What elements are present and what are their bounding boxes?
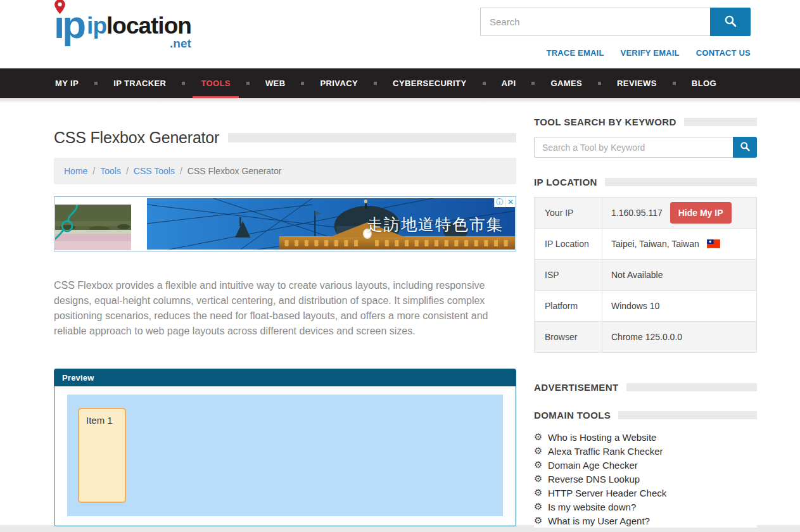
ad-headline: 走訪地道特色市集 [367,213,504,234]
title-decoration-bar [228,133,516,142]
domain-tool-link[interactable]: Reverse DNS Lookup [548,474,640,484]
main-content: CSS Flexbox Generator Home / Tools / CSS… [0,103,800,528]
gear-icon: ⚙ [534,459,548,471]
trace-email-link[interactable]: TRACE EMAIL [547,48,604,58]
header-search [480,8,751,36]
ad-banner[interactable]: 走訪地道特色市集 ⓘ ✕ [54,196,516,251]
nav-item-games[interactable]: GAMES [535,68,598,98]
list-item: ⚙ Reverse DNS Lookup [534,472,757,486]
heading-decoration-bar [626,383,757,391]
tool-search-heading-row: TOOL SEARCH BY KEYWORD [534,117,757,127]
heading-decoration-bar [684,118,757,126]
breadcrumb: Home / Tools / CSS Tools / CSS Flexbox G… [54,158,516,184]
table-row: Platform Windows 10 [535,291,757,322]
page-title: CSS Flexbox Generator [54,129,219,147]
page-title-row: CSS Flexbox Generator [54,129,516,147]
ad-choice-icons: ⓘ ✕ [494,197,516,207]
nav-item-tools[interactable]: TOOLS [185,68,246,98]
isp-value: Not Available [602,260,757,291]
breadcrumb-tools[interactable]: Tools [100,166,121,176]
sidebar: TOOL SEARCH BY KEYWORD IP LOCATION Your … [534,117,757,528]
ip-location-table: Your IP 1.160.95.117 Hide My IP IP Locat… [534,197,757,353]
preview-panel: Preview Item 1 [54,369,516,526]
tool-search-button[interactable] [733,137,757,158]
domain-tool-link[interactable]: Who is Hosting a Website [548,432,656,443]
verify-email-link[interactable]: VERIFY EMAIL [621,48,680,58]
nav-item-privacy[interactable]: PRIVACY [304,68,374,98]
row-value-cell: Taipei, Taiwan, Taiwan [602,229,757,260]
ip-location-heading: IP LOCATION [534,177,597,187]
advertisement-heading-row: ADVERTISEMENT [534,382,757,393]
table-row: Browser Chrome 125.0.0.0 [535,322,757,353]
nav-item-my-ip[interactable]: MY IP [55,68,94,98]
nav-item-web[interactable]: WEB [250,68,302,98]
nav-item-ip-tracker[interactable]: IP TRACKER [98,68,182,98]
logo-tld: .net [170,37,191,49]
row-value-cell: 1.160.95.117 Hide My IP [602,198,757,229]
logo-wordmark: iplocation .net [87,14,191,41]
row-label: ISP [535,260,602,291]
list-item: ⚙ What is my User Agent? [534,514,757,528]
breadcrumb-separator: / [126,166,129,176]
nav-shadow [0,98,800,103]
advertisement-heading: ADVERTISEMENT [534,382,619,393]
logo-word-location: location [106,13,191,39]
table-row: Your IP 1.160.95.117 Hide My IP [535,198,757,229]
preview-panel-header: Preview [54,369,516,386]
breadcrumb-css-tools[interactable]: CSS Tools [134,166,175,176]
heading-decoration-bar [618,411,757,419]
nav-item-blog[interactable]: BLOG [676,68,732,98]
breadcrumb-home[interactable]: Home [64,166,87,176]
contact-us-link[interactable]: CONTACT US [696,48,751,58]
taiwan-flag-icon [707,239,720,248]
content-column: CSS Flexbox Generator Home / Tools / CSS… [54,117,516,526]
breadcrumb-separator: / [180,166,182,176]
domain-tool-link[interactable]: What is my User Agent? [548,516,650,526]
logo-word-ip: ip [87,13,106,39]
domain-tool-link[interactable]: Is my website down? [548,502,636,512]
list-item: ⚙ Is my website down? [534,500,757,514]
breadcrumb-separator: / [92,166,95,176]
search-icon [724,15,737,29]
header-links: TRACE EMAIL VERIFY EMAIL CONTACT US [547,48,751,58]
domain-tools-heading-row: DOMAIN TOOLS [534,410,757,421]
gear-icon: ⚙ [534,487,548,498]
flexbox-preview-item[interactable]: Item 1 [78,408,126,503]
ip-location-value: Taipei, Taiwan, Taiwan [611,239,699,249]
browser-value: Chrome 125.0.0.0 [602,322,757,353]
nav-item-api[interactable]: API [486,68,532,98]
list-item: ⚙ Domain Age Checker [534,458,757,472]
flexbox-preview-container: Item 1 [67,395,503,516]
table-row: IP Location Taipei, Taiwan, Taiwan [535,229,757,260]
ad-close-icon[interactable]: ✕ [505,197,516,207]
list-item: ⚙ HTTP Server Header Check [534,486,757,500]
preview-panel-body: Item 1 [54,386,516,526]
search-icon [740,141,750,153]
domain-tool-link[interactable]: Domain Age Checker [548,460,638,471]
nav-item-cybersecurity[interactable]: CYBERSECURITY [377,68,482,98]
domain-tools-heading: DOMAIN TOOLS [534,410,611,421]
domain-tool-link[interactable]: HTTP Server Header Check [548,488,666,498]
main-nav: MY IP IP TRACKER TOOLS WEB PRIVACY CYBER… [0,68,800,98]
domain-tools-list: ⚙ Who is Hosting a Website ⚙ Alexa Traff… [534,430,757,528]
ad-image-building: 走訪地道特色市集 [147,198,515,250]
tool-search [534,137,757,158]
header-search-button[interactable] [710,8,751,36]
heading-decoration-bar [605,178,757,186]
ad-image-landscape [55,205,131,250]
hide-my-ip-button[interactable]: Hide My IP [670,202,732,224]
gear-icon: ⚙ [534,473,548,484]
list-item: ⚙ Who is Hosting a Website [534,430,757,444]
ip-location-heading-row: IP LOCATION [534,177,757,187]
domain-tool-link[interactable]: Alexa Traffic Rank Checker [548,446,663,457]
tool-search-input[interactable] [534,137,733,158]
site-logo[interactable]: ıp iplocation .net [54,9,191,41]
nav-item-reviews[interactable]: REVIEWS [601,68,673,98]
ad-info-icon[interactable]: ⓘ [494,197,505,207]
table-row: ISP Not Available [535,260,757,291]
gear-icon: ⚙ [534,431,548,443]
gear-icon: ⚙ [534,515,548,526]
gear-icon: ⚙ [534,501,548,512]
header-search-input[interactable] [480,8,710,36]
breadcrumb-current: CSS Flexbox Generator [187,166,282,176]
